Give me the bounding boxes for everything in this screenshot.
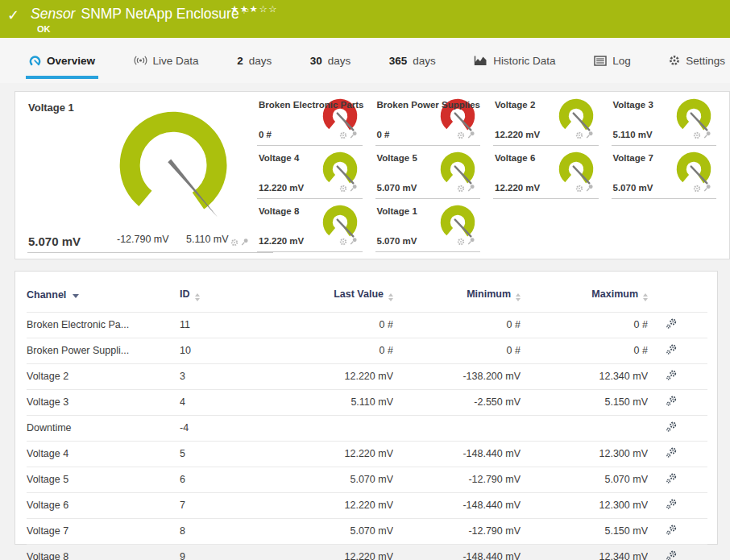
channel-row-downtime[interactable]: Downtime-4 [27, 416, 707, 442]
gauge-cell-voltage-3[interactable]: Voltage 3 5.110 mV [612, 93, 717, 146]
channel-gauge-icons [693, 128, 711, 143]
sort-toggle-icon [643, 293, 648, 301]
tab-historic-data[interactable]: Historic Data [472, 38, 557, 83]
channel-row-voltage-2[interactable]: Voltage 2312.220 mV-138.200 mV12.340 mV [27, 364, 707, 390]
gauge-cell-voltage-8[interactable]: Voltage 8 12.220 mV [257, 199, 363, 252]
primary-gauge-cell[interactable]: Voltage 1 5.070 mV -12.790 mV 5.110 mV [15, 92, 257, 259]
gauge-pin-icon[interactable] [350, 234, 358, 249]
gauge-pin-icon[interactable] [241, 235, 249, 250]
gauge-pin-icon[interactable] [467, 234, 475, 249]
column-header-minimum[interactable]: Minimum [393, 280, 521, 313]
channel-row-broken-electronic-pa[interactable]: Broken Electronic Pa...110 #0 #0 # [27, 313, 707, 338]
cell-id: 4 [180, 390, 272, 416]
gauge-pin-icon[interactable] [703, 128, 711, 143]
cell-actions [648, 545, 707, 560]
channel-gauge-icons [339, 181, 358, 196]
column-header-label: Maximum [591, 288, 638, 300]
channel-table-panel: ChannelIDLast ValueMinimumMaximum Broken… [15, 271, 718, 545]
cell-last-value: 0 # [272, 313, 393, 338]
gauge-pin-icon[interactable] [350, 128, 358, 143]
channel-gauge-title: Voltage 3 [613, 100, 653, 110]
edit-channel-gears-icon[interactable] [666, 372, 678, 384]
channel-gauge-grid: Broken Electronic Parts 0 #Broken Power … [257, 92, 729, 259]
gauge-settings-gear-icon[interactable] [575, 181, 583, 196]
column-header-last-value[interactable]: Last Value [272, 280, 393, 313]
channel-row-broken-power-suppli[interactable]: Broken Power Suppli...100 #0 #0 # [27, 338, 707, 364]
gauge-settings-gear-icon[interactable] [457, 181, 465, 196]
gauge-cell-voltage-4[interactable]: Voltage 4 12.220 mV [257, 146, 363, 199]
cell-channel: Voltage 7 [27, 519, 180, 545]
edit-channel-gears-icon[interactable] [666, 553, 678, 560]
gauge-pin-icon[interactable] [350, 181, 358, 196]
edit-channel-gears-icon[interactable] [666, 321, 678, 332]
sort-toggle-icon [388, 293, 393, 301]
edit-channel-gears-icon[interactable] [666, 501, 678, 512]
channel-gauge-icons [339, 128, 358, 143]
cell-maximum: 5.150 mV [521, 390, 648, 416]
gauge-cell-voltage-7[interactable]: Voltage 7 5.070 mV [612, 146, 717, 199]
gauge-settings-gear-icon[interactable] [230, 235, 238, 250]
channel-row-voltage-6[interactable]: Voltage 6712.220 mV-148.440 mV12.300 mV [27, 493, 707, 519]
tab-log[interactable]: Log [592, 38, 633, 83]
gauge-cell-voltage-2[interactable]: Voltage 2 12.220 mV [493, 93, 599, 146]
column-header-actions [648, 280, 707, 313]
edit-channel-gears-icon[interactable] [666, 346, 678, 358]
gauge-settings-gear-icon[interactable] [693, 128, 701, 143]
cell-actions [648, 338, 707, 364]
tab-2-days[interactable]: 2days [235, 38, 273, 83]
gauge-pin-icon[interactable] [703, 181, 711, 196]
column-header-id[interactable]: ID [180, 280, 272, 313]
cell-minimum: -148.440 mV [393, 442, 521, 467]
gauge-settings-gear-icon[interactable] [339, 128, 347, 143]
gauge-settings-gear-icon[interactable] [339, 234, 347, 249]
cell-maximum: 5.070 mV [521, 467, 648, 493]
gauge-cell-voltage-5[interactable]: Voltage 5 5.070 mV [375, 146, 481, 199]
gauge-pin-icon[interactable] [586, 128, 594, 143]
cell-actions [648, 416, 707, 442]
gauge-cell-voltage-6[interactable]: Voltage 6 12.220 mV [493, 146, 599, 199]
channel-gauge-icons [575, 181, 594, 196]
tab-overview[interactable]: Overview [27, 38, 97, 83]
gauge-cell-broken-electronic-parts[interactable]: Broken Electronic Parts 0 # [257, 93, 363, 146]
gauge-cell-broken-power-supplies[interactable]: Broken Power Supplies 0 # [375, 93, 481, 146]
tab-label: days [413, 55, 436, 67]
gauge-settings-gear-icon[interactable] [457, 128, 465, 143]
tab-settings[interactable]: Settings [667, 38, 727, 83]
cell-channel: Downtime [27, 416, 180, 442]
channel-row-voltage-4[interactable]: Voltage 4512.220 mV-148.440 mV12.300 mV [27, 442, 707, 467]
tab-365-days[interactable]: 365days [388, 38, 438, 83]
gauge-pin-icon[interactable] [467, 181, 475, 196]
gauge-settings-gear-icon[interactable] [457, 234, 465, 249]
channel-row-voltage-3[interactable]: Voltage 345.110 mV-2.550 mV5.150 mV [27, 390, 707, 416]
cell-minimum: 0 # [393, 338, 521, 364]
priority-stars[interactable]: ★★★☆☆ [230, 3, 278, 15]
channel-row-voltage-8[interactable]: Voltage 8912.220 mV-148.440 mV12.340 mV [27, 545, 707, 560]
cell-minimum: -138.200 mV [393, 364, 521, 390]
gauge-pin-icon[interactable] [586, 181, 594, 196]
edit-channel-gears-icon[interactable] [666, 475, 678, 487]
edit-channel-gears-icon[interactable] [666, 398, 678, 409]
channel-row-voltage-7[interactable]: Voltage 785.070 mV-12.790 mV5.150 mV [27, 519, 707, 545]
channel-gauge-value: 0 # [377, 130, 390, 139]
column-header-channel[interactable]: Channel [27, 280, 180, 313]
column-header-maximum[interactable]: Maximum [521, 280, 648, 313]
tab-30-days[interactable]: 30days [309, 38, 353, 83]
gauge-cell-voltage-1[interactable]: Voltage 1 5.070 mV [375, 199, 481, 252]
gauge-settings-gear-icon[interactable] [339, 181, 347, 196]
edit-channel-gears-icon[interactable] [666, 450, 678, 461]
gauge-pin-icon[interactable] [467, 128, 475, 143]
tab-live-data[interactable]: Live Data [132, 38, 201, 83]
channel-table-head: ChannelIDLast ValueMinimumMaximum [27, 280, 707, 313]
cell-channel: Voltage 8 [27, 545, 180, 560]
channel-row-voltage-5[interactable]: Voltage 565.070 mV-12.790 mV5.070 mV [27, 467, 707, 493]
gauge-cell-empty [493, 199, 612, 252]
cell-channel: Voltage 6 [27, 493, 180, 519]
sensor-title: SensorSNMP NetApp Enclosure⚐ [31, 6, 250, 23]
edit-channel-gears-icon[interactable] [666, 527, 678, 538]
edit-channel-gears-icon[interactable] [666, 424, 678, 435]
cell-minimum: -2.550 mV [393, 390, 521, 416]
cell-id: 6 [180, 467, 272, 493]
gauge-settings-gear-icon[interactable] [693, 181, 701, 196]
channel-gauge-value: 12.220 mV [259, 236, 304, 246]
gauge-settings-gear-icon[interactable] [575, 128, 583, 143]
